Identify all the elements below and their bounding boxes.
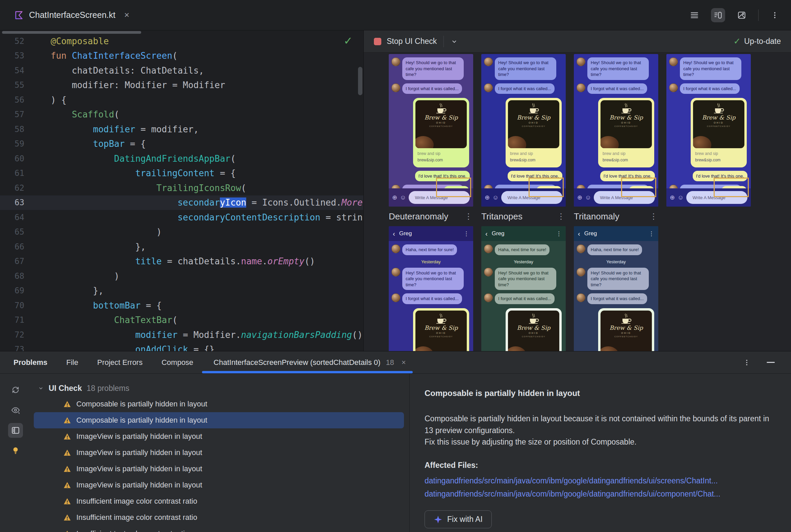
- kebab-menu-icon[interactable]: ⋮: [648, 230, 654, 237]
- code-line[interactable]: 59 topBar = {: [0, 137, 363, 152]
- chevron-down-icon[interactable]: [450, 38, 458, 45]
- panel-options-icon[interactable]: [743, 359, 751, 366]
- code-line[interactable]: 65 ): [0, 225, 363, 240]
- affected-file-link[interactable]: datingandfriends/src/main/java/com/ibm/g…: [425, 475, 771, 487]
- back-icon[interactable]: ‹: [393, 230, 395, 237]
- android-studio-window: ChatInterfaceScreen.kt ×: [0, 0, 791, 532]
- phone-preview[interactable]: Hey! Should we go to that cafe you menti…: [574, 54, 658, 207]
- code-token: ChatTextBar: [114, 315, 172, 325]
- code-line[interactable]: 61 trailingContent = {: [0, 166, 363, 181]
- code-line[interactable]: 69 },: [0, 284, 363, 299]
- problems-group-header[interactable]: UI Check 18 problems: [31, 380, 409, 396]
- problem-text: ImageView is partially hidden in layout: [76, 481, 202, 490]
- problem-text: Insufficient image color contrast ratio: [76, 513, 197, 522]
- code-editor[interactable]: ✓ 52@Composable53fun ChatInterfaceScreen…: [0, 31, 364, 351]
- link-card-texts: brew and sipbrew&sip.com: [416, 148, 467, 165]
- code-line[interactable]: 56) {: [0, 93, 363, 107]
- kebab-menu-icon[interactable]: ⋮: [464, 212, 473, 221]
- code-line[interactable]: 63 secondaryIcon = Icons.Outlined.More: [0, 195, 363, 210]
- preview-canvas[interactable]: Hey! Should we go to that cafe you menti…: [364, 53, 791, 351]
- problem-item[interactable]: Insufficient image color contrast ratio: [34, 493, 404, 509]
- preview-row-top: Hey! Should we go to that cafe you menti…: [389, 54, 791, 207]
- tab-file[interactable]: File: [66, 358, 78, 367]
- tab-compose[interactable]: Compose: [162, 358, 193, 367]
- inspections-ok-icon[interactable]: ✓: [344, 34, 353, 47]
- preview-eye-icon[interactable]: [8, 403, 23, 418]
- code-text: title = chatDetails.name.orEmpty(): [24, 256, 315, 266]
- code-line[interactable]: 53fun ChatInterfaceScreen(: [0, 49, 363, 63]
- code-view-icon[interactable]: [687, 8, 701, 22]
- code-line[interactable]: 68 ): [0, 269, 363, 284]
- chat-bubble: Hey! Should we go to that cafe you menti…: [680, 57, 741, 80]
- brand-tagline: COFFEETCHSIDY: [614, 336, 638, 338]
- refresh-icon[interactable]: [8, 382, 23, 397]
- avatar: [391, 244, 400, 253]
- line-number: 63: [0, 198, 24, 207]
- code-line[interactable]: 72 modifier = Modifier.navigationBarsPad…: [0, 327, 363, 342]
- code-line[interactable]: 60 DatingAndFriendsAppBar(: [0, 151, 363, 166]
- phone-preview-tritanopes[interactable]: ‹Greg⋮Haha, next time for sure!Yesterday…: [481, 226, 566, 351]
- problem-item[interactable]: Insufficient image color contrast ratio: [34, 509, 404, 526]
- back-icon[interactable]: ‹: [485, 230, 488, 237]
- problem-item[interactable]: ImageView is partially hidden in layout: [34, 444, 404, 461]
- phone-preview[interactable]: Hey! Should we go to that cafe you menti…: [389, 54, 473, 207]
- fix-with-ai-button[interactable]: Fix with AI: [425, 510, 492, 528]
- code-line[interactable]: 54 chatDetails: ChatDetails,: [0, 63, 363, 78]
- kebab-menu-icon[interactable]: ⋮: [556, 230, 562, 237]
- problem-item[interactable]: Composable is partially hidden in layout: [34, 412, 404, 429]
- code-line[interactable]: 70 bottomBar = {: [0, 298, 363, 313]
- code-line[interactable]: 66 },: [0, 239, 363, 254]
- phone-preview-tritanomaly[interactable]: ‹Greg⋮Haha, next time for sure!Yesterday…: [574, 226, 658, 351]
- code-line[interactable]: 64 secondaryContentDescription = strin: [0, 210, 363, 225]
- tab-close-icon[interactable]: ×: [124, 10, 129, 20]
- avatar: [484, 268, 493, 277]
- kebab-menu-icon[interactable]: ⋮: [463, 230, 469, 237]
- phone-preview-deuteranomaly[interactable]: ‹Greg⋮Haha, next time for sure!Yesterday…: [389, 226, 473, 351]
- line-number: 66: [0, 242, 24, 251]
- problems-view-icon[interactable]: [8, 423, 23, 438]
- link-card-url: brew&sip.com: [510, 157, 557, 164]
- code-line[interactable]: 52@Composable: [0, 34, 363, 49]
- editor-tab-chatinterfacescreen[interactable]: ChatInterfaceScreen.kt ×: [10, 6, 134, 24]
- affected-file-link[interactable]: datingandfriends/src/main/java/com/ibm/g…: [425, 488, 771, 500]
- code-line[interactable]: 58 modifier = modifier,: [0, 122, 363, 137]
- preview-row-bottom: ‹Greg⋮Haha, next time for sure!Yesterday…: [389, 226, 791, 351]
- phone-preview[interactable]: Hey! Should we go to that cafe you menti…: [481, 54, 566, 207]
- split-view-icon[interactable]: [711, 8, 725, 22]
- back-icon[interactable]: ‹: [578, 230, 580, 237]
- problems-panel-title[interactable]: Problems: [14, 358, 47, 367]
- brand-name: Brew & Sip: [517, 114, 550, 121]
- code-line[interactable]: 57 Scaffold(: [0, 107, 363, 122]
- problem-item[interactable]: ImageView is partially hidden in layout: [34, 429, 404, 444]
- tab-project-errors[interactable]: Project Errors: [97, 358, 143, 367]
- code-line[interactable]: 67 title = chatDetails.name.orEmpty(): [0, 254, 363, 269]
- phone-preview[interactable]: Hey! Should we go to that cafe you menti…: [666, 54, 751, 207]
- tab-close-icon[interactable]: ×: [402, 358, 406, 367]
- design-view-icon[interactable]: [735, 8, 749, 22]
- problem-item[interactable]: ImageView is partially hidden in layout: [34, 477, 404, 493]
- minimize-panel-icon[interactable]: [767, 362, 775, 363]
- code-line[interactable]: 62 TrailingIconsRow(: [0, 180, 363, 195]
- chat-message-row: I forgot what it was called...: [484, 293, 563, 304]
- stop-ui-check-button[interactable]: Stop UI Check: [374, 37, 437, 46]
- code-token: modifier: [93, 124, 135, 134]
- chevron-down-icon[interactable]: [38, 385, 44, 391]
- lightbulb-icon[interactable]: [8, 443, 23, 458]
- code-text: secondaryIcon = Icons.Outlined.More: [24, 197, 363, 208]
- horizontal-scrollbar[interactable]: [2, 31, 141, 34]
- code-text: Scaffold(: [24, 109, 119, 119]
- more-options-icon[interactable]: [768, 8, 781, 22]
- kebab-menu-icon[interactable]: ⋮: [649, 212, 658, 221]
- problem-item[interactable]: Composable is partially hidden in layout: [34, 396, 404, 412]
- code-line[interactable]: 73 onAddClick = {}: [0, 342, 363, 352]
- code-line[interactable]: 71 ChatTextBar(: [0, 313, 363, 328]
- problem-item[interactable]: Insufficient text color contrast ratio: [34, 526, 404, 532]
- kebab-menu-icon[interactable]: ⋮: [557, 212, 565, 221]
- link-preview-card: Brew & Sip OHID COFFEETCHSIDY brew and s…: [691, 98, 747, 167]
- tab-chatinterfacescreenpreview[interactable]: ChatInterfaceScreenPreview (sortedChatDe…: [212, 352, 407, 373]
- vertical-scrollbar[interactable]: [358, 67, 363, 95]
- problem-item[interactable]: ImageView is partially hidden in layout: [34, 461, 404, 477]
- code-line[interactable]: 55 modifier: Modifier = Modifier: [0, 78, 363, 93]
- line-number: 53: [0, 51, 24, 60]
- chat-bubble: I forgot what it was called...: [495, 293, 555, 304]
